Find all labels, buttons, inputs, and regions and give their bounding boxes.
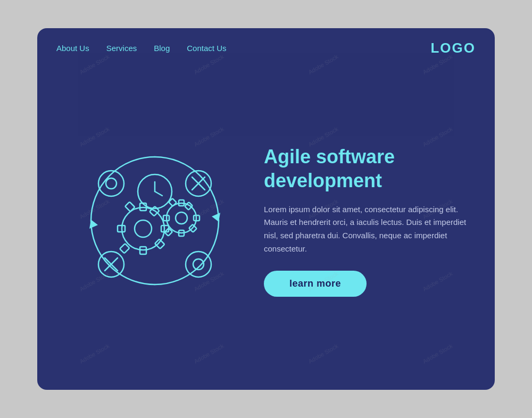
svg-point-33 [186, 252, 211, 277]
hero-body: Lorem ipsum dolor sit amet, consectetur … [264, 203, 467, 256]
svg-line-24 [155, 191, 162, 196]
hero-illustration [56, 130, 253, 311]
nav-services[interactable]: Services [106, 44, 137, 53]
svg-point-2 [122, 207, 164, 250]
landing-card: Adobe StockAdobe StockAdobe StockAdobe S… [37, 28, 495, 390]
hero-headline: Agile software development [264, 145, 467, 193]
learn-more-button[interactable]: learn more [264, 271, 367, 297]
hero-content: Agile software development Lorem ipsum d… [253, 145, 467, 297]
svg-point-29 [106, 178, 117, 189]
svg-point-13 [176, 212, 187, 224]
main-content: Agile software development Lorem ipsum d… [37, 56, 495, 390]
svg-point-3 [135, 220, 152, 237]
nav-contact[interactable]: Contact Us [187, 44, 226, 53]
svg-point-12 [167, 203, 196, 233]
navbar: About Us Services Blog Contact Us LOGO [37, 28, 495, 56]
nav-about[interactable]: About Us [56, 44, 89, 53]
nav-blog[interactable]: Blog [154, 44, 170, 53]
logo: LOGO [430, 40, 476, 56]
svg-rect-10 [155, 239, 164, 248]
svg-rect-11 [120, 244, 129, 253]
